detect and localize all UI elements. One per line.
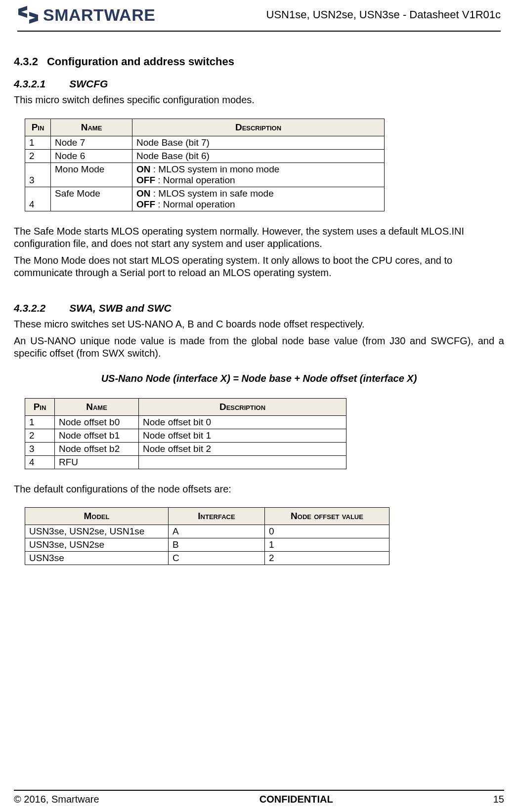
desc-cell: ON : MLOS system in mono mode OFF : Norm… [132, 162, 385, 187]
desc-cell: ON : MLOS system in safe mode OFF : Norm… [132, 187, 385, 211]
table-header-row: Pin Name Description [25, 398, 346, 415]
col-name: Name [51, 119, 132, 136]
pin-cell: 1 [25, 136, 51, 149]
pin-cell: 3 [25, 162, 51, 187]
table-row: 4 Safe Mode ON : MLOS system in safe mod… [25, 187, 385, 211]
desc-cell: Node offset bit 2 [139, 442, 346, 455]
col-name: Name [55, 398, 139, 415]
desc-cell [139, 455, 346, 469]
name-cell: Node offset b0 [55, 415, 139, 429]
name-cell: Safe Mode [51, 187, 132, 211]
desc-cell: Node Base (bit 7) [132, 136, 385, 149]
paragraph: An US-NANO unique node value is made fro… [14, 335, 504, 360]
document-title: USN1se, USN2se, USN3se - Datasheet V1R01… [266, 8, 501, 21]
paragraph: The default configurations of the node o… [14, 483, 504, 496]
value-cell: 2 [265, 552, 389, 565]
desc-cell: Node offset bit 0 [139, 415, 346, 429]
name-cell: Node 7 [51, 136, 132, 149]
pin-cell: 2 [25, 149, 51, 162]
desc-cell: Node Base (bit 6) [132, 149, 385, 162]
smartware-logo-icon [17, 5, 40, 25]
copyright: © 2016, Smartware [14, 794, 99, 805]
paragraph: These micro switches set US-NANO A, B an… [14, 318, 504, 331]
pin-cell: 2 [25, 429, 55, 442]
paragraph: The Safe Mode starts MLOS operating syst… [14, 225, 504, 250]
heading-4-3-2-2: 4.3.2.2SWA, SWB and SWC [14, 302, 504, 314]
table-row: 2 Node offset b1 Node offset bit 1 [25, 429, 346, 442]
heading-number: 4.3.2 [14, 55, 38, 68]
offset-defaults-table: Model Interface Node offset value USN3se… [25, 507, 389, 565]
page-header: SMARTWARE USN1se, USN2se, USN3se - Datas… [0, 0, 518, 29]
logo: SMARTWARE [17, 5, 155, 25]
pin-cell: 4 [25, 187, 51, 211]
value-cell: 0 [265, 525, 389, 538]
off-text: : Normal operation [155, 175, 235, 185]
pin-cell: 3 [25, 442, 55, 455]
heading-text: SWCFG [69, 78, 108, 89]
table-header-row: Model Interface Node offset value [25, 508, 389, 525]
off-label: OFF [136, 175, 155, 185]
value-cell: 1 [265, 538, 389, 552]
model-cell: USN3se [25, 552, 169, 565]
page-number: 15 [493, 794, 504, 805]
col-description: Description [139, 398, 346, 415]
on-text: : MLOS system in mono mode [151, 164, 280, 174]
table-header-row: Pin Name Description [25, 119, 385, 136]
heading-number: 4.3.2.1 [14, 78, 45, 89]
table-row: 1 Node offset b0 Node offset bit 0 [25, 415, 346, 429]
table-row: 1 Node 7 Node Base (bit 7) [25, 136, 385, 149]
off-text: : Normal operation [155, 199, 235, 209]
desc-cell: Node offset bit 1 [139, 429, 346, 442]
heading-4-3-2: 4.3.2Configuration and address switches [14, 55, 504, 68]
name-cell: RFU [55, 455, 139, 469]
name-cell: Node 6 [51, 149, 132, 162]
paragraph: This micro switch defines specific confi… [14, 94, 504, 107]
paragraph: The Mono Mode does not start MLOS operat… [14, 254, 504, 280]
col-pin: Pin [25, 398, 55, 415]
name-cell: Node offset b2 [55, 442, 139, 455]
table-row: 2 Node 6 Node Base (bit 6) [25, 149, 385, 162]
col-model: Model [25, 508, 169, 525]
interface-cell: A [169, 525, 265, 538]
formula: US-Nano Node (interface X) = Node base +… [14, 373, 504, 384]
heading-4-3-2-1: 4.3.2.1SWCFG [14, 78, 504, 90]
name-cell: Mono Mode [51, 162, 132, 187]
off-label: OFF [136, 199, 155, 209]
table-row: USN3se, USN2se B 1 [25, 538, 389, 552]
footer-divider [14, 790, 504, 791]
pin-cell: 1 [25, 415, 55, 429]
swx-table: Pin Name Description 1 Node offset b0 No… [25, 398, 346, 469]
model-cell: USN3se, USN2se [25, 538, 169, 552]
table-row: USN3se, USN2se, USN1se A 0 [25, 525, 389, 538]
heading-text: SWA, SWB and SWC [69, 302, 172, 314]
on-text: : MLOS system in safe mode [151, 188, 274, 199]
model-cell: USN3se, USN2se, USN1se [25, 525, 169, 538]
page-footer: © 2016, Smartware CONFIDENTIAL 15 [0, 790, 518, 805]
name-cell: Node offset b1 [55, 429, 139, 442]
heading-number: 4.3.2.2 [14, 302, 45, 314]
interface-cell: B [169, 538, 265, 552]
logo-text: SMARTWARE [43, 5, 155, 25]
col-pin: Pin [25, 119, 51, 136]
on-label: ON [136, 188, 151, 199]
table-row: 3 Mono Mode ON : MLOS system in mono mod… [25, 162, 385, 187]
swcfg-table: Pin Name Description 1 Node 7 Node Base … [25, 119, 385, 211]
confidential-label: CONFIDENTIAL [259, 794, 333, 805]
interface-cell: C [169, 552, 265, 565]
col-node-offset-value: Node offset value [265, 508, 389, 525]
pin-cell: 4 [25, 455, 55, 469]
table-row: 4 RFU [25, 455, 346, 469]
heading-text: Configuration and address switches [47, 55, 234, 68]
table-row: 3 Node offset b2 Node offset bit 2 [25, 442, 346, 455]
col-interface: Interface [169, 508, 265, 525]
col-description: Description [132, 119, 385, 136]
table-row: USN3se C 2 [25, 552, 389, 565]
on-label: ON [136, 164, 151, 174]
page-content: 4.3.2Configuration and address switches … [0, 32, 518, 565]
